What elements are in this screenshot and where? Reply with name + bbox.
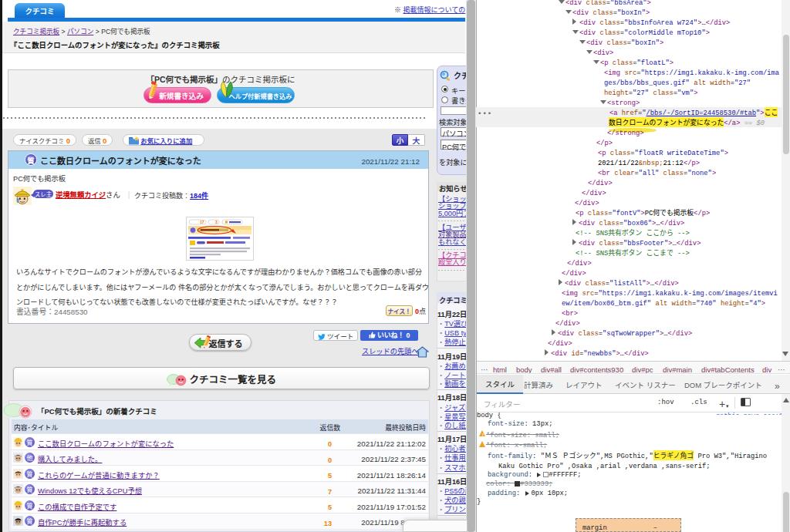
svg-text:17: 17 [200,219,204,224]
svg-text:3: 3 [215,219,218,224]
